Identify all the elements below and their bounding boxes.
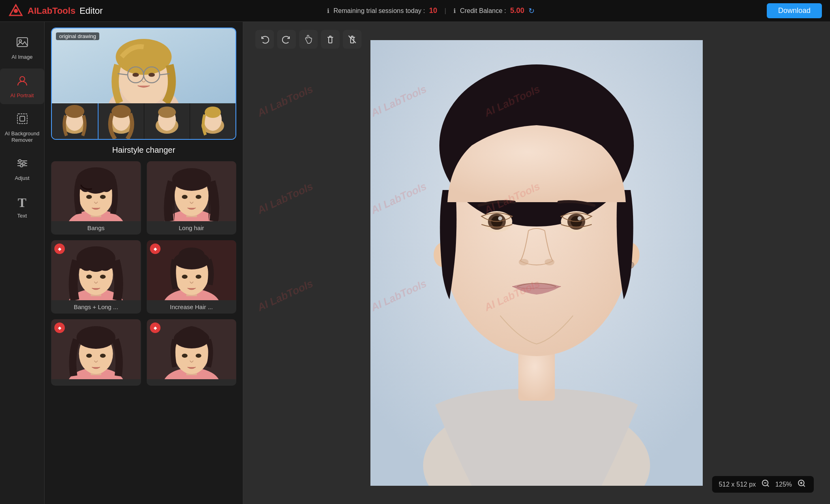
thumb-1[interactable] <box>52 103 98 139</box>
svg-point-69 <box>178 248 204 262</box>
credit-label: Credit Balance : <box>460 7 506 15</box>
sidebar-item-text[interactable]: T Text <box>0 190 44 225</box>
trial-count: 10 <box>429 6 437 15</box>
svg-point-12 <box>20 164 23 167</box>
style6-label <box>147 379 237 386</box>
sidebar-item-adjust[interactable]: Adjust <box>0 151 44 187</box>
thumb-2[interactable] <box>98 103 144 139</box>
style-card-bangs[interactable]: Bangs <box>51 161 141 235</box>
bangs-long-label: Bangs + Long ... <box>51 300 141 314</box>
svg-point-54 <box>182 195 187 199</box>
sidebar-item-ai-image-label: AI Image <box>11 54 32 60</box>
trial-info-icon: ℹ <box>327 7 329 15</box>
svg-rect-6 <box>20 116 25 121</box>
ai-image-icon <box>16 36 29 51</box>
credit-info-icon: ℹ <box>454 7 456 15</box>
premium-badge-4 <box>150 322 160 333</box>
zoom-level: 125% <box>775 481 792 488</box>
svg-point-63 <box>100 275 106 279</box>
watermark-4: AI LabTools <box>255 180 315 217</box>
top-bar: AILabTools Editor ℹ Remaining trial sess… <box>0 0 830 22</box>
sidebar-item-bg-remover-label: AI Background Remover <box>5 130 39 143</box>
svg-line-112 <box>803 485 805 487</box>
style-card-5[interactable] <box>51 319 141 386</box>
svg-point-47 <box>86 195 92 199</box>
svg-point-105 <box>545 259 554 265</box>
portrait-svg <box>370 40 703 486</box>
canvas-image-area: AI LabTools AI LabTools AI LabTools AI L… <box>243 22 830 504</box>
bg-remover-icon <box>16 112 29 128</box>
watermark-7: AI LabTools <box>255 277 315 314</box>
long-hair-label: Long hair <box>147 221 237 235</box>
svg-point-99 <box>498 216 502 220</box>
thumb-4[interactable] <box>190 103 235 139</box>
svg-point-55 <box>195 195 201 199</box>
premium-badge-2 <box>150 243 160 254</box>
svg-point-84 <box>182 354 187 358</box>
bangs-image <box>51 161 141 221</box>
svg-rect-2 <box>17 38 28 47</box>
sidebar-item-bg-remover[interactable]: AI Background Remover <box>0 107 44 149</box>
download-button[interactable]: Download <box>767 3 822 18</box>
image-dimensions: 512 x 512 px <box>719 481 756 488</box>
preview-thumbs <box>52 103 235 139</box>
panel: original drawing <box>45 22 243 504</box>
svg-point-32 <box>111 105 131 118</box>
svg-point-53 <box>172 168 211 191</box>
svg-point-48 <box>100 195 106 199</box>
svg-point-103 <box>578 216 582 220</box>
app-subtitle: Editor <box>79 6 103 16</box>
thumb-3[interactable] <box>144 103 190 139</box>
svg-line-108 <box>767 485 769 487</box>
main-content: AI Image AI Portrait AI Background Remov… <box>0 22 830 504</box>
premium-badge-3 <box>54 322 65 333</box>
panel-title: Hairstyle changer <box>45 145 243 155</box>
svg-rect-5 <box>17 114 27 124</box>
zoom-info: 512 x 512 px 125% <box>712 476 814 493</box>
svg-point-24 <box>148 73 155 77</box>
sidebar-item-ai-portrait-label: AI Portrait <box>11 92 34 99</box>
svg-point-71 <box>195 275 201 279</box>
sidebar-item-ai-portrait[interactable]: AI Portrait <box>0 68 44 105</box>
style-card-long-hair[interactable]: Long hair <box>147 161 237 235</box>
sidebar-item-ai-image[interactable]: AI Image <box>0 30 44 66</box>
svg-point-77 <box>86 354 92 358</box>
credit-value: 5.00 <box>510 6 524 15</box>
svg-point-76 <box>77 326 116 349</box>
refresh-icon[interactable]: ↻ <box>528 6 535 15</box>
svg-point-23 <box>133 73 139 77</box>
preview-label: original drawing <box>56 32 99 40</box>
style-card-6[interactable] <box>147 319 237 386</box>
hairstyle-preview: original drawing <box>51 28 236 140</box>
svg-point-4 <box>20 77 25 81</box>
icon-sidebar: AI Image AI Portrait AI Background Remov… <box>0 22 45 504</box>
svg-point-62 <box>86 275 92 279</box>
svg-point-11 <box>23 162 25 164</box>
style-card-increase-hair[interactable]: Increase Hair ... <box>147 240 237 314</box>
style-grid: Bangs <box>45 161 243 386</box>
canvas-area: AI LabTools AI LabTools AI LabTools AI L… <box>243 22 830 504</box>
sidebar-item-adjust-label: Adjust <box>15 175 29 182</box>
increase-hair-label: Increase Hair ... <box>147 300 237 314</box>
svg-point-85 <box>195 354 201 358</box>
svg-point-104 <box>519 259 528 265</box>
app-logo <box>8 3 24 19</box>
watermark-1: AI LabTools <box>255 83 315 120</box>
zoom-out-button[interactable] <box>760 479 771 489</box>
zoom-in-button[interactable] <box>796 479 807 489</box>
logo-area: AILabTools Editor <box>8 3 103 19</box>
long-hair-image <box>147 161 237 221</box>
text-icon: T <box>18 195 26 210</box>
style-card-bangs-long[interactable]: Bangs + Long ... <box>51 240 141 314</box>
premium-badge-1 <box>54 243 65 254</box>
svg-point-78 <box>100 354 106 358</box>
trial-label: Remaining trial sessions today : <box>334 7 425 15</box>
svg-point-40 <box>205 107 221 118</box>
top-center-info: ℹ Remaining trial sessions today : 10 | … <box>103 6 759 15</box>
style5-label <box>51 379 141 386</box>
app-name: AILabTools <box>28 6 75 16</box>
divider: | <box>445 7 446 15</box>
svg-point-10 <box>19 160 21 162</box>
svg-point-70 <box>182 275 187 279</box>
ai-portrait-icon <box>16 74 29 90</box>
